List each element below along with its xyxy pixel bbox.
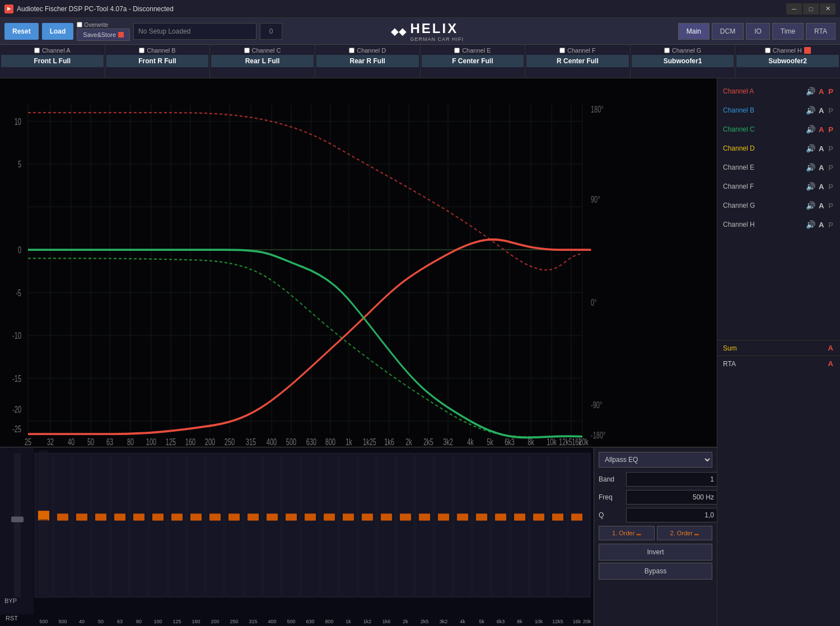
channel-group-g[interactable]: Channel G Subwoofer1 <box>631 45 736 78</box>
ch-btn-h[interactable]: Subwoofer2 <box>736 55 839 67</box>
q-value-input[interactable] <box>626 508 718 522</box>
ch-btn-c[interactable]: Rear L Full <box>211 55 314 67</box>
setup-name-field[interactable] <box>133 23 256 40</box>
band-value-input[interactable] <box>626 472 718 487</box>
speaker-icon-g[interactable]: 🔊 <box>806 201 815 210</box>
ch-btn-g[interactable]: Subwoofer1 <box>632 55 734 67</box>
svg-rect-108 <box>206 453 224 597</box>
helix-tagline: GERMAN CAR HIFI <box>410 36 464 42</box>
ch-checkbox-c[interactable] <box>244 48 250 53</box>
svg-text:-180°: -180° <box>591 429 605 440</box>
save-indicator <box>118 32 124 38</box>
channel-label-b: Channel B <box>106 47 209 54</box>
ch-a-btn-b[interactable]: A <box>818 106 825 115</box>
svg-text:315: 315 <box>246 437 256 447</box>
speaker-icon-d[interactable]: 🔊 <box>806 144 815 153</box>
ch-p-btn-e[interactable]: P <box>827 163 834 172</box>
close-button[interactable]: ✕ <box>820 3 836 15</box>
ch-p-btn-c[interactable]: P <box>827 125 834 134</box>
ch-p-btn-b[interactable]: P <box>827 106 834 115</box>
invert-button[interactable]: Invert <box>599 544 712 560</box>
nav-time-button[interactable]: Time <box>772 23 804 40</box>
ch-btn-d[interactable]: Rear R Full <box>316 55 419 67</box>
svg-text:25: 25 <box>25 437 31 447</box>
channel-row-c: Channel C 🔊 A P <box>720 120 838 139</box>
ch-p-btn-d[interactable]: P <box>827 144 834 153</box>
ch-a-btn-c[interactable]: A <box>818 125 825 134</box>
order1-button[interactable]: 1. Order ▬ <box>599 526 655 540</box>
ch-a-btn-e[interactable]: A <box>818 163 825 172</box>
eq-graph[interactable]: 10 5 0 -5 -10 -15 -20 -25 180° 90° 0° -9… <box>0 78 717 447</box>
svg-rect-113 <box>248 513 259 520</box>
ch-p-btn-a[interactable]: P <box>827 87 834 96</box>
ch-checkbox-h[interactable] <box>765 48 771 53</box>
save-store-button[interactable]: Save&Store <box>77 29 130 41</box>
overwrite-checkbox[interactable] <box>77 22 82 27</box>
ch-a-btn-h[interactable]: A <box>818 221 825 229</box>
channel-group-d[interactable]: Channel D Rear R Full <box>315 45 421 78</box>
ch-checkbox-a[interactable] <box>34 48 40 53</box>
svg-text:3k2: 3k2 <box>443 437 453 447</box>
ch-btn-f[interactable]: R Center Full <box>526 55 629 67</box>
svg-rect-101 <box>133 513 144 520</box>
speaker-icon-e[interactable]: 🔊 <box>806 163 815 172</box>
ch-a-btn-a[interactable]: A <box>818 87 825 96</box>
ch-btn-a[interactable]: Front L Full <box>1 55 104 67</box>
svg-text:10k: 10k <box>535 619 543 624</box>
channel-group-b[interactable]: Channel B Front R Full <box>105 45 211 78</box>
speaker-icon-a[interactable]: 🔊 <box>806 87 815 96</box>
ch-label-b: Channel B <box>147 47 175 54</box>
svg-text:2k: 2k <box>405 437 412 447</box>
rta-row: RTA A <box>717 356 840 371</box>
svg-text:1k25: 1k25 <box>363 437 376 447</box>
channel-label-f: Channel F <box>526 47 629 54</box>
ch-btn-b[interactable]: Front R Full <box>106 55 209 67</box>
channel-group-c[interactable]: Channel C Rear L Full <box>210 45 315 78</box>
channel-group-h[interactable]: Channel H Subwoofer2 <box>735 45 840 78</box>
speaker-icon-h[interactable]: 🔊 <box>806 220 815 229</box>
nav-main-button[interactable]: Main <box>678 23 710 40</box>
nav-dcm-button[interactable]: DCM <box>712 23 744 40</box>
bypass-button[interactable]: Bypass <box>599 563 712 580</box>
svg-rect-147 <box>571 513 582 520</box>
channel-group-a[interactable]: Channel A Front L Full <box>0 45 105 78</box>
svg-rect-120 <box>320 453 338 597</box>
ch-a-btn-f[interactable]: A <box>818 183 825 191</box>
ch-a-btn-d[interactable]: A <box>818 144 825 153</box>
ch-btn-e[interactable]: F Center Full <box>422 55 524 67</box>
nav-io-button[interactable]: IO <box>746 23 770 40</box>
svg-rect-137 <box>476 513 487 520</box>
speaker-icon-b[interactable]: 🔊 <box>806 106 815 115</box>
svg-text:BYP: BYP <box>4 597 17 604</box>
reset-button[interactable]: Reset <box>4 23 39 40</box>
channel-group-e[interactable]: Channel E F Center Full <box>421 45 526 78</box>
channel-group-f[interactable]: Channel F R Center Full <box>525 45 631 78</box>
svg-text:200: 200 <box>205 437 215 447</box>
svg-text:180°: 180° <box>591 104 604 115</box>
freq-value-input[interactable] <box>626 490 718 504</box>
setup-num-field[interactable] <box>260 23 282 40</box>
maximize-button[interactable]: □ <box>803 3 819 15</box>
ch-checkbox-f[interactable] <box>559 48 565 53</box>
order2-button[interactable]: 2. Order ▬ <box>657 526 713 540</box>
sum-a-btn[interactable]: A <box>827 344 834 352</box>
svg-text:630: 630 <box>306 619 314 624</box>
rta-a-btn[interactable]: A <box>827 359 834 368</box>
ch-checkbox-b[interactable] <box>139 48 144 53</box>
svg-text:100: 100 <box>146 437 156 447</box>
ch-checkbox-e[interactable] <box>454 48 460 53</box>
svg-rect-144 <box>549 453 567 597</box>
ch-a-btn-g[interactable]: A <box>818 202 825 210</box>
ch-p-btn-h[interactable]: P <box>827 221 834 229</box>
speaker-icon-c[interactable]: 🔊 <box>806 125 815 134</box>
ch-p-btn-f[interactable]: P <box>827 183 834 191</box>
speaker-icon-f[interactable]: 🔊 <box>806 182 815 191</box>
ch-checkbox-g[interactable] <box>664 48 670 53</box>
eq-type-select[interactable]: Allpass EQ Peaking EQ High Pass Low Pass… <box>599 452 712 468</box>
ch-label-e: Channel E <box>462 47 491 54</box>
ch-p-btn-g[interactable]: P <box>827 202 834 210</box>
minimize-button[interactable]: ─ <box>786 3 802 15</box>
nav-rta-button[interactable]: RTA <box>806 23 836 40</box>
load-button[interactable]: Load <box>42 23 74 40</box>
ch-checkbox-d[interactable] <box>349 48 354 53</box>
